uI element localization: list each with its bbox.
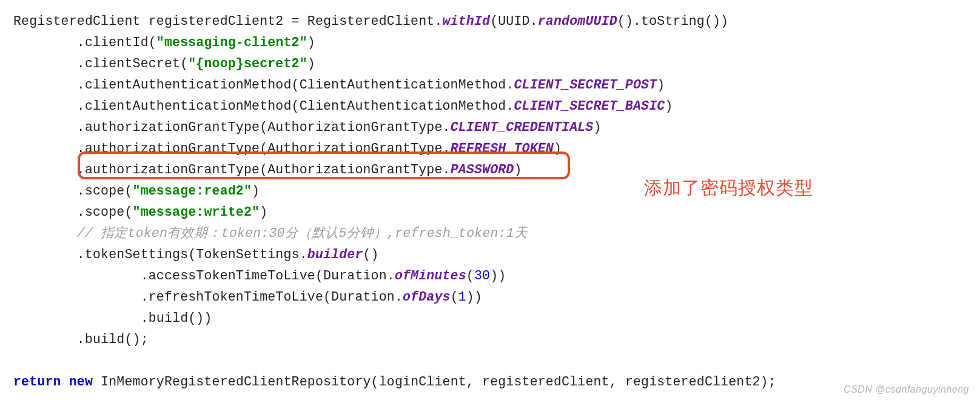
code-line-8: .authorizationGrantType(AuthorizationGra… (13, 162, 522, 177)
code-line-1: RegisteredClient registeredClient2 = Reg… (13, 14, 728, 28)
code-block: RegisteredClient registeredClient2 = Reg… (0, 0, 980, 393)
code-line-14: .refreshTokenTimeToLive(Duration.ofDays(… (13, 290, 482, 304)
code-line-5: .clientAuthenticationMethod(ClientAuthen… (13, 99, 673, 113)
code-line-11: // 指定token有效期：token:30分（默认5分钟）,refresh_t… (13, 226, 528, 241)
annotation-text: 添加了密码授权类型 (644, 176, 813, 201)
code-line-13: .accessTokenTimeToLive(Duration.ofMinute… (13, 268, 506, 283)
code-line-12: .tokenSettings(TokenSettings.builder() (13, 247, 379, 262)
code-line-10: .scope("message:write2") (13, 205, 267, 219)
code-line-6: .authorizationGrantType(AuthorizationGra… (13, 120, 602, 135)
code-line-2: .clientId("messaging-client2") (13, 35, 315, 50)
code-line-3: .clientSecret("{noop}secret2") (13, 56, 315, 71)
code-line-16: .build(); (13, 332, 149, 347)
code-line-17: return new InMemoryRegisteredClientRepos… (13, 374, 776, 389)
code-line-15: .build()) (13, 311, 212, 325)
code-line-4: .clientAuthenticationMethod(ClientAuthen… (13, 78, 665, 92)
code-line-7: .authorizationGrantType(AuthorizationGra… (13, 141, 562, 156)
code-line-9: .scope("message:read2") (13, 184, 260, 198)
